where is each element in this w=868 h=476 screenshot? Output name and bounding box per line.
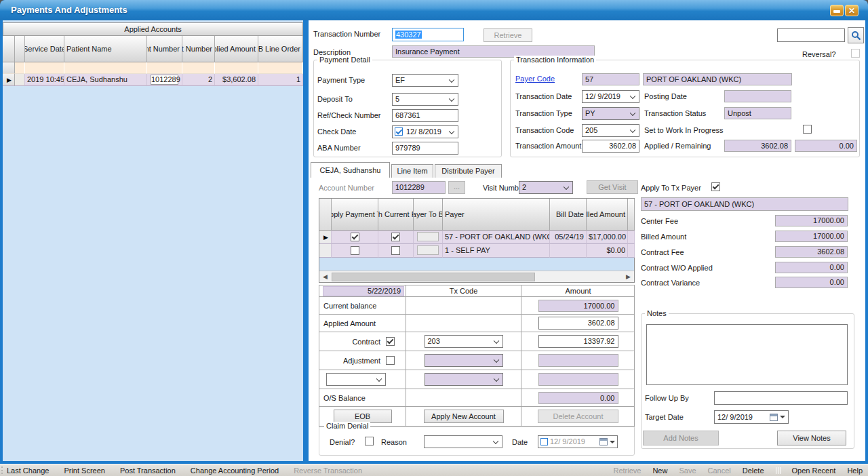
col-applied-amount[interactable]: Applied Amount	[215, 36, 258, 62]
transaction-amount-input[interactable]: 3602.08	[582, 140, 639, 153]
col-billed-amount[interactable]: Billed Amount	[587, 199, 628, 231]
minimize-button[interactable]	[830, 5, 844, 16]
last-change-command[interactable]: Last Change	[7, 467, 49, 475]
filter-row[interactable]	[3, 62, 303, 74]
adjustment-tx-code-select[interactable]	[425, 354, 503, 367]
contract-amount-input[interactable]: 13397.92	[538, 335, 618, 348]
extra-tx-code-select[interactable]	[425, 373, 503, 386]
check-date-picker[interactable]: 12/ 8/2019	[392, 125, 458, 138]
billed-amount-cell[interactable]: $17,000.00	[587, 231, 628, 244]
apply-new-account-button[interactable]: Apply New Account	[424, 410, 504, 423]
ref-check-number-input[interactable]: 687361	[392, 109, 458, 122]
cell-eob-line-order[interactable]: 1	[258, 74, 303, 86]
denial-reason-select[interactable]	[424, 435, 502, 448]
horizontal-scrollbar[interactable]: ◀ ▶	[319, 271, 634, 282]
tab-line-item[interactable]: Line Item	[391, 164, 433, 178]
payer-to-bill-cell[interactable]	[417, 232, 439, 241]
cell-visit-number[interactable]: 2	[182, 74, 215, 86]
payer-code-field[interactable]: 57	[582, 73, 639, 85]
get-visit-button[interactable]: Get Visit	[587, 180, 638, 194]
tab-distribute-payer[interactable]: Distribute Payer	[435, 164, 502, 178]
col-bill-date[interactable]: Bill Date	[550, 199, 587, 231]
payer-row-port-of-oakland[interactable]: ▶ 57 - PORT OF OAKLAND (WKC) 05/24/19 $1…	[319, 231, 634, 244]
col-switch-current-payer[interactable]: Switch Current Payer	[378, 199, 414, 231]
reversal-checkbox[interactable]	[851, 49, 860, 58]
col-patient-name[interactable]: Patient Name	[64, 36, 147, 62]
transaction-type-select[interactable]: PY	[582, 107, 639, 120]
new-command[interactable]: New	[652, 467, 667, 475]
col-account-number[interactable]: Account Number	[147, 36, 182, 62]
notes-textarea[interactable]	[646, 324, 848, 385]
account-number-field[interactable]: 1012289	[392, 181, 446, 194]
transaction-date-picker[interactable]: 12/ 9/2019	[582, 90, 639, 103]
visit-number-select[interactable]: 2	[519, 181, 573, 194]
open-recent-command[interactable]: Open Recent	[792, 467, 836, 475]
col-payer[interactable]: Payer	[443, 199, 550, 231]
aba-number-input[interactable]: 979789	[392, 142, 458, 155]
apply-to-tx-payer-checkbox[interactable]	[711, 182, 720, 191]
cell-patient-name[interactable]: CEJA, Sudhanshu	[64, 74, 147, 86]
adjustment-checkbox[interactable]	[386, 356, 395, 365]
apply-payment-checkbox[interactable]	[351, 233, 359, 241]
delete-account-button[interactable]: Delete Account	[538, 410, 618, 423]
payment-type-select[interactable]: EF	[392, 74, 458, 87]
col-visit-number[interactable]: Visit Number	[182, 36, 215, 62]
cancel-command[interactable]: Cancel	[708, 467, 731, 475]
scrollbar-thumb[interactable]	[332, 273, 535, 281]
row-selector-header	[3, 36, 15, 62]
transaction-number-input[interactable]: 430327	[392, 28, 464, 41]
transaction-code-select[interactable]: 205	[582, 124, 639, 137]
cell-applied-amount[interactable]: $3,602.08	[215, 74, 258, 86]
table-row[interactable]: ▶ 2019 10:45:0 CEJA, Sudhanshu 1012289 2…	[3, 74, 303, 86]
reverse-transaction-command[interactable]: Reverse Transaction	[294, 467, 362, 475]
payer-cell[interactable]: 57 - PORT OF OAKLAND (WKC)	[443, 231, 550, 244]
set-to-wip-checkbox[interactable]	[803, 125, 812, 134]
deposit-to-select[interactable]: 5	[392, 93, 458, 106]
cell-service-date[interactable]: 2019 10:45:0	[25, 74, 64, 86]
add-notes-button[interactable]: Add Notes	[643, 431, 719, 445]
search-input[interactable]	[777, 28, 845, 42]
current-row-indicator: ▶	[3, 74, 15, 86]
check-date-checkbox[interactable]	[395, 127, 403, 136]
delete-command[interactable]: Delete	[743, 467, 764, 475]
col-apply-payment-to[interactable]: Apply Payment To	[332, 199, 378, 231]
bill-date-cell[interactable]: 05/24/19	[550, 231, 587, 244]
change-accounting-period-command[interactable]: Change Accounting Period	[191, 467, 279, 475]
retrieve-button[interactable]: Retrieve	[484, 28, 532, 42]
scroll-right-icon[interactable]: ▶	[623, 271, 634, 283]
col-payer-to-bill[interactable]: Payer To Bill	[414, 199, 443, 231]
tab-patient[interactable]: CEJA, Sudhanshu	[311, 162, 390, 178]
search-button[interactable]	[848, 27, 864, 43]
payer-row-self-pay[interactable]: 1 - SELF PAY $0.00	[319, 244, 634, 258]
switch-payer-checkbox[interactable]	[391, 233, 400, 241]
scroll-left-icon[interactable]: ◀	[319, 271, 331, 283]
apply-payment-checkbox[interactable]	[351, 246, 359, 255]
denial-date-picker[interactable]: 12/ 9/2019	[538, 435, 618, 448]
col-eob-line-order[interactable]: EOB Line Order	[258, 36, 303, 62]
contract-tx-code-select[interactable]: 203	[425, 335, 503, 348]
target-date-picker[interactable]: 12/ 9/2019	[714, 410, 789, 424]
payer-code-link[interactable]: Payer Code	[515, 75, 555, 83]
close-button[interactable]: ✕	[845, 5, 859, 16]
col-service-date[interactable]: Service Date	[25, 36, 64, 62]
payer-to-bill-cell[interactable]	[417, 245, 439, 255]
follow-up-by-input[interactable]	[714, 391, 848, 405]
print-screen-command[interactable]: Print Screen	[64, 467, 105, 475]
denial-date-checkbox[interactable]	[540, 438, 548, 445]
bill-date-cell[interactable]	[550, 244, 587, 258]
save-command[interactable]: Save	[679, 467, 696, 475]
view-notes-button[interactable]: View Notes	[777, 431, 846, 445]
extra-row-select[interactable]	[326, 373, 386, 386]
switch-payer-checkbox[interactable]	[391, 246, 400, 255]
billed-amount-cell[interactable]: $0.00	[587, 244, 628, 258]
post-transaction-command[interactable]: Post Transaction	[120, 467, 176, 475]
applied-amount-input[interactable]: 3602.08	[538, 317, 618, 330]
retrieve-command[interactable]: Retrieve	[613, 467, 641, 475]
cell-account-number[interactable]: 1012289	[147, 74, 182, 86]
contract-checkbox[interactable]	[386, 337, 395, 346]
account-lookup-button[interactable]: ...	[448, 181, 465, 194]
help-command[interactable]: Help	[847, 467, 863, 475]
payer-cell[interactable]: 1 - SELF PAY	[443, 244, 550, 258]
eob-button[interactable]: EOB	[334, 410, 392, 423]
denial-checkbox[interactable]	[365, 437, 374, 445]
